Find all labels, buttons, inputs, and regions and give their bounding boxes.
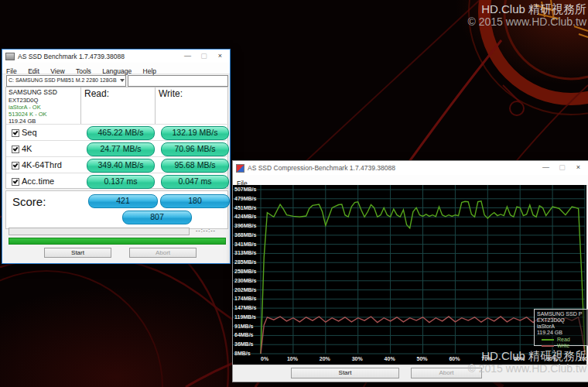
score-label: Score: bbox=[12, 195, 46, 208]
4k-read-value: 24.77 MB/s bbox=[87, 142, 155, 156]
aux-textbox[interactable] bbox=[128, 75, 228, 87]
seq-read-value: 465.22 MB/s bbox=[87, 126, 155, 140]
acctime-read-value: 0.137 ms bbox=[87, 175, 155, 189]
total-score: 807 bbox=[122, 211, 192, 224]
start-button[interactable]: Start bbox=[291, 368, 399, 378]
write-line-swatch bbox=[542, 345, 554, 347]
start-button[interactable]: Start bbox=[44, 248, 111, 258]
4k-write-value: 70.96 MB/s bbox=[161, 142, 229, 156]
compression-window: AS SSD Compression-Benchmark 1.7.4739.38… bbox=[232, 160, 588, 382]
table-row-4k64: 4K-64Thrd 349.40 MB/s 95.68 MB/s bbox=[6, 156, 229, 173]
drive-info: SAMSUNG SSD EXT23D0Q iaStorA - OK 513024… bbox=[9, 89, 57, 125]
app-icon bbox=[236, 164, 244, 173]
write-score: 180 bbox=[160, 194, 230, 208]
menu-bar: File Edit View Tools Language Help bbox=[2, 63, 230, 74]
table-row-acctime: Acc.time 0.137 ms 0.047 ms bbox=[6, 173, 229, 190]
window-title: AS SSD Benchmark 1.7.4739.38088 bbox=[18, 53, 125, 60]
score-section: Score: 421 180 807 bbox=[5, 190, 228, 229]
read-line-swatch bbox=[542, 339, 554, 341]
drive-firmware: EXT23D0Q bbox=[9, 97, 57, 104]
results-table: SAMSUNG SSD EXT23D0Q iaStorA - OK 513024… bbox=[5, 87, 228, 189]
4k64-checkbox[interactable] bbox=[12, 162, 19, 170]
legend-drive-model: SAMSUNG SSD P bbox=[537, 311, 588, 317]
read-column-header: Read: bbox=[84, 88, 109, 99]
overall-progress-bar bbox=[9, 238, 226, 245]
abort-button: Abort bbox=[411, 368, 482, 378]
close-icon[interactable]: × bbox=[570, 161, 586, 174]
legend-firmware: EXT23D0Q bbox=[537, 317, 588, 324]
menu-bar: File bbox=[233, 175, 588, 186]
benchmark-titlebar[interactable]: AS SSD Benchmark 1.7.4739.38088 — ▢ × bbox=[2, 50, 230, 63]
drive-alignment-status: 513024 K - OK bbox=[9, 111, 57, 118]
compression-titlebar[interactable]: AS SSD Compression-Benchmark 1.7.4739.38… bbox=[233, 161, 588, 175]
drive-model: SAMSUNG SSD bbox=[9, 89, 57, 96]
drive-select-dropdown[interactable]: C: SAMSUNG SSD PM851 M.2 2280 128GB bbox=[6, 75, 126, 87]
window-title: AS SSD Compression-Benchmark 1.7.4739.38… bbox=[248, 164, 395, 172]
legend-driver: iaStorA bbox=[537, 324, 588, 330]
minimize-button[interactable]: — bbox=[538, 161, 554, 174]
chart-legend: SAMSUNG SSD P EXT23D0Q iaStorA 119.24 GB… bbox=[534, 309, 588, 346]
desktop: AS SSD Benchmark 1.7.4739.38088 — ▢ × Fi… bbox=[0, 0, 588, 387]
minimize-button[interactable]: — bbox=[179, 50, 196, 63]
read-score: 421 bbox=[88, 194, 158, 208]
seq-checkbox[interactable] bbox=[12, 129, 19, 137]
acctime-write-value: 0.047 ms bbox=[161, 175, 229, 189]
progress-bar bbox=[9, 228, 190, 235]
maximize-button: ▢ bbox=[196, 50, 212, 63]
benchmark-window: AS SSD Benchmark 1.7.4739.38088 — ▢ × Fi… bbox=[2, 49, 231, 264]
close-icon[interactable]: × bbox=[212, 50, 228, 63]
drive-driver-status: iaStorA - OK bbox=[9, 104, 57, 111]
abort-button: Abort bbox=[129, 248, 197, 258]
time-remaining: --:--:-- bbox=[196, 228, 216, 233]
4k-checkbox[interactable] bbox=[12, 146, 19, 153]
seq-write-value: 132.19 MB/s bbox=[161, 126, 229, 140]
4k64-read-value: 349.40 MB/s bbox=[87, 159, 155, 173]
table-row-seq: Seq 465.22 MB/s 132.19 MB/s bbox=[6, 124, 229, 141]
acctime-checkbox[interactable] bbox=[12, 178, 19, 186]
write-column-header: Write: bbox=[159, 88, 183, 99]
chevron-down-icon bbox=[120, 79, 125, 82]
legend-write-label: Write bbox=[557, 343, 569, 348]
4k64-write-value: 95.68 MB/s bbox=[161, 159, 229, 173]
legend-capacity: 119.24 GB bbox=[537, 330, 588, 336]
app-icon bbox=[5, 53, 15, 60]
legend-read-label: Read bbox=[557, 337, 570, 342]
table-row-4k: 4K 24.77 MB/s 70.96 MB/s bbox=[6, 140, 229, 157]
maximize-button: ▢ bbox=[554, 161, 570, 174]
compression-chart: 507MB/s479MB/s451MB/s424MB/s396MB/s368MB… bbox=[233, 185, 586, 365]
